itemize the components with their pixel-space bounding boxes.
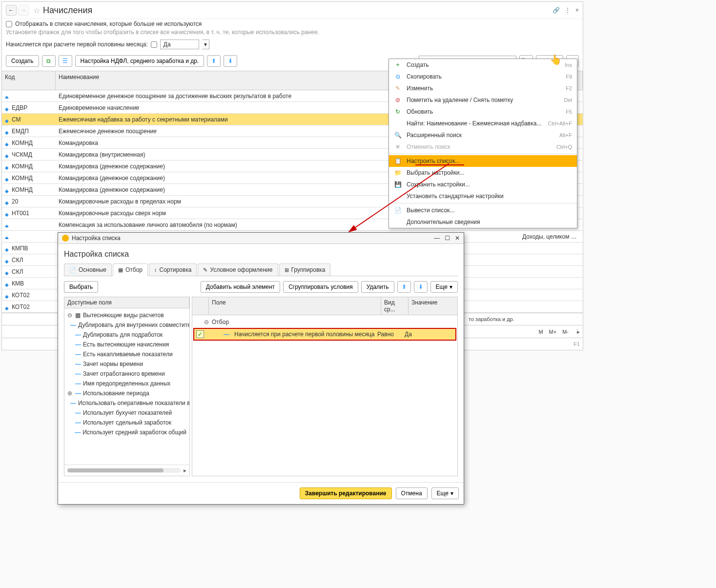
create-button[interactable]: Создать [6, 55, 39, 67]
list-icon-button[interactable]: ☰ [59, 55, 72, 67]
ctx-item-label: Расширенный поиск [407, 132, 554, 139]
table-scroll-right-icon[interactable]: ▸ [577, 328, 580, 335]
tab[interactable]: ▦Отбор [113, 264, 148, 276]
nav-back-button[interactable]: ← [6, 5, 17, 16]
ctx-item[interactable]: + Создать Ins [389, 59, 577, 71]
dialog-title-small: Настройка списка [72, 235, 121, 242]
dialog-move-up-button[interactable]: ⬆ [397, 281, 411, 293]
tree-field-item[interactable]: — Использует средний заработок общий [64, 427, 189, 437]
move-down-button[interactable]: ⬇ [224, 55, 237, 67]
window-maximize-icon[interactable]: ☐ [445, 235, 450, 242]
tree-field-item[interactable]: — Дублировать для подработок [64, 330, 189, 340]
tab[interactable]: ⊞Группировка [279, 264, 331, 276]
ctx-item-icon: ⧉ [394, 73, 402, 80]
dialog-more-button[interactable]: Еще ▾ [430, 281, 458, 293]
mem-m[interactable]: M [538, 329, 543, 335]
tab[interactable]: ↕Сортировка [149, 264, 197, 276]
add-element-button[interactable]: Добавить новый элемент [201, 281, 280, 293]
tree-field-item[interactable]: — Использовать оперативные показатели в … [64, 398, 189, 408]
tree-expand-icon[interactable]: ⊕ [67, 390, 72, 397]
mem-mplus[interactable]: M+ [549, 329, 557, 335]
ctx-item-icon: 🔍 [394, 132, 402, 139]
tree-field-label: Дублировать для подработок [83, 331, 163, 338]
window-close-icon[interactable]: ✕ [455, 235, 460, 242]
tab[interactable]: ✎Условное оформление [198, 264, 278, 276]
ctx-item-label: Отменить поиск [407, 143, 552, 150]
ctx-item[interactable]: 🔍 Расширенный поиск Alt+F [389, 129, 577, 141]
row-icon [5, 211, 10, 216]
delete-button[interactable]: Удалить [361, 281, 394, 293]
row-icon [5, 269, 10, 274]
ctx-item-shortcut: Alt+F [559, 132, 572, 138]
finish-editing-button[interactable]: Завершить редактирование [300, 487, 392, 499]
tab-icon: 📄 [69, 267, 76, 273]
col-code[interactable]: Код [2, 71, 56, 90]
titlebar: ← → ☆ Начисления 🔗 ⋮ × [2, 2, 583, 19]
ndfl-settings-button[interactable]: Настройка НДФЛ, среднего заработка и др. [75, 55, 205, 67]
dialog-footer-more-button[interactable]: Еще ▾ [431, 487, 459, 499]
filter-value-box[interactable]: Да [160, 40, 199, 49]
filter-value: Да [405, 331, 453, 338]
tree-field-item[interactable]: — Дублировать для внутренних совместител… [64, 320, 189, 330]
ctx-item-icon: + [394, 61, 402, 68]
tab[interactable]: 📄Основные [64, 264, 112, 276]
tree-field-item[interactable]: — Есть вытесняющие начисления [64, 340, 189, 349]
ctx-item[interactable]: ↻ Обновить F5 [389, 106, 577, 118]
dialog-move-down-button[interactable]: ⬇ [414, 281, 428, 293]
kebab-icon[interactable]: ⋮ [565, 7, 571, 14]
copy-icon-button[interactable]: ⧉ [42, 55, 56, 67]
ctx-item[interactable]: Найти: Наименование - Ежемесячная надбав… [389, 118, 577, 129]
ctx-item[interactable]: ✕ Отменить поиск Ctrl+Q [389, 141, 577, 153]
move-up-button[interactable]: ⬆ [207, 55, 221, 67]
cancel-button[interactable]: Отмена [396, 487, 428, 499]
tree-field-item[interactable]: — Использует сдельный заработок [64, 418, 189, 427]
window-minimize-icon[interactable]: — [434, 235, 440, 242]
group-conditions-button[interactable]: Сгруппировать условия [283, 281, 358, 293]
tree-field-item[interactable]: — Использует бухучет показателей [64, 408, 189, 418]
available-fields-tree[interactable]: ⊖ ▦ Вытесняющие виды расчетов — Дублиров… [64, 308, 189, 465]
filter-condition-row[interactable]: ✓ — Начисляется при расчете первой полов… [193, 328, 456, 341]
available-fields-hscroll[interactable]: ▸ [64, 465, 189, 476]
ctx-item[interactable]: ✎ Изменить F2 [389, 82, 577, 94]
ctx-item-shortcut: Ctrl+Alt+F [548, 121, 572, 126]
tree-expand-icon[interactable]: ⊖ [67, 312, 72, 319]
mem-mminus[interactable]: M- [562, 329, 569, 335]
tree-field-item[interactable]: — Есть накапливаемые показатели [64, 349, 189, 359]
tree-field-item[interactable]: ⊖ ▦ Вытесняющие виды расчетов [64, 310, 189, 320]
filter-root-node[interactable]: ⊖ Отбор [192, 317, 457, 327]
row-icon [5, 234, 10, 239]
dialog-titlebar: Настройка списка — ☐ ✕ [58, 233, 464, 244]
filter-enabled-checkbox[interactable]: ✓ [196, 330, 204, 338]
nav-forward-button[interactable]: → [18, 5, 29, 16]
ctx-item[interactable]: ⊘ Пометить на удаление / Снять пометку D… [389, 94, 577, 106]
col-comparison: Вид ср... [381, 297, 409, 315]
tree-field-item[interactable]: — Зачет отработанного времени [64, 369, 189, 379]
dialog-tabs: 📄Основные▦Отбор↕Сортировка✎Условное офор… [64, 264, 458, 276]
tree-field-item[interactable]: — Зачет нормы времени [64, 359, 189, 369]
choose-button[interactable]: Выбрать [64, 281, 98, 293]
annotation-arrow [342, 161, 454, 239]
filter-dropdown-button[interactable]: ▾ [202, 40, 209, 49]
row-code: КМПВ [12, 245, 28, 252]
row-code: СКЛ [12, 268, 23, 275]
tree-field-label: Использует бухучет показателей [83, 409, 172, 416]
ctx-item-icon: ✎ [394, 85, 402, 92]
ctx-item[interactable]: ⧉ Скопировать F9 [389, 71, 577, 82]
row-code: ЕДВР [12, 104, 27, 111]
tree-field-icon: — [75, 380, 80, 387]
tree-field-icon: — [75, 409, 80, 416]
row-code: КОТ02 [12, 304, 30, 310]
tree-field-item[interactable]: — Имя предопределенных данных [64, 379, 189, 388]
available-fields-pane: Доступные поля ⊖ ▦ Вытесняющие виды расч… [64, 297, 190, 476]
tree-field-label: Использует средний заработок общий [82, 429, 186, 436]
filter-checkbox[interactable] [151, 41, 157, 48]
show-unused-checkbox[interactable] [6, 21, 12, 27]
favorite-star-icon[interactable]: ☆ [33, 6, 40, 15]
tree-field-icon: — [75, 390, 80, 397]
tree-field-label: Есть накапливаемые показатели [83, 351, 173, 358]
close-icon[interactable]: × [575, 7, 579, 14]
tree-field-icon: — [75, 429, 80, 436]
tree-field-item[interactable]: ⊕ — Использование периода [64, 388, 189, 398]
link-icon[interactable]: 🔗 [552, 7, 560, 14]
filter-label: Начисляется при расчете первой половины … [6, 41, 148, 48]
